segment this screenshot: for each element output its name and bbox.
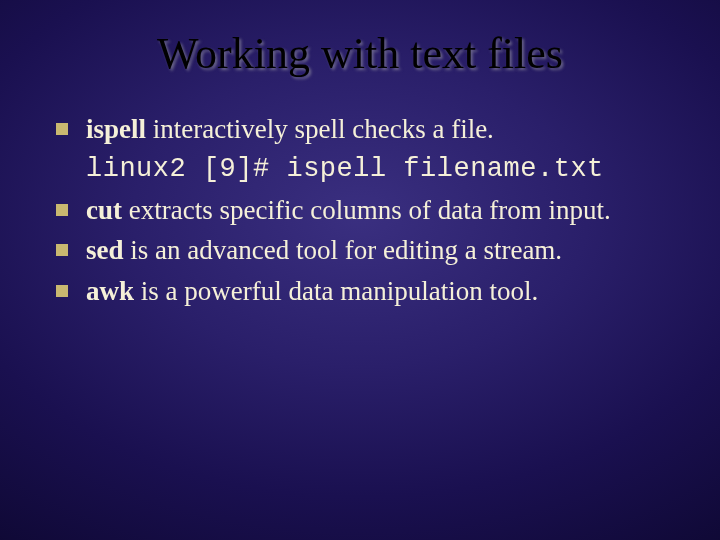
command-name: ispell: [86, 114, 146, 144]
command-desc: extracts specific columns of data from i…: [122, 195, 611, 225]
command-name: sed: [86, 235, 124, 265]
list-item: cut extracts specific columns of data fr…: [50, 192, 680, 228]
command-desc: is a powerful data manipulation tool.: [134, 276, 538, 306]
bullet-icon: [56, 285, 68, 297]
command-desc: is an advanced tool for editing a stream…: [124, 235, 563, 265]
command-name: awk: [86, 276, 134, 306]
list-item: ispell interactively spell checks a file…: [50, 111, 680, 147]
bullet-icon: [56, 204, 68, 216]
slide-title: Working with text files: [30, 28, 690, 79]
list-item: sed is an advanced tool for editing a st…: [50, 232, 680, 268]
bullet-icon: [56, 244, 68, 256]
slide: Working with text files ispell interacti…: [0, 0, 720, 540]
list-item: awk is a powerful data manipulation tool…: [50, 273, 680, 309]
bullet-list: ispell interactively spell checks a file…: [30, 111, 690, 309]
bullet-icon: [56, 123, 68, 135]
command-desc: interactively spell checks a file.: [146, 114, 494, 144]
command-name: cut: [86, 195, 122, 225]
code-line: linux2 [9]# ispell filename.txt: [50, 151, 680, 187]
